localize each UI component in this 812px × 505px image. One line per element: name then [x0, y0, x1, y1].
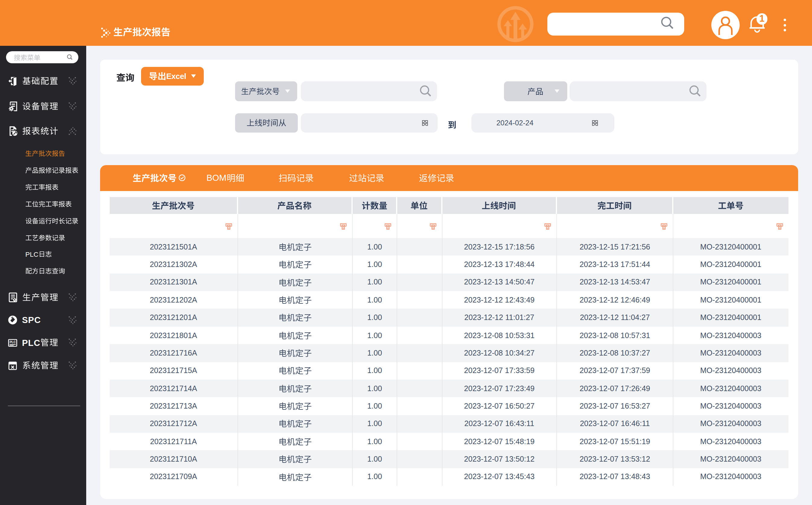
svg-text:PLC: PLC: [10, 340, 16, 343]
